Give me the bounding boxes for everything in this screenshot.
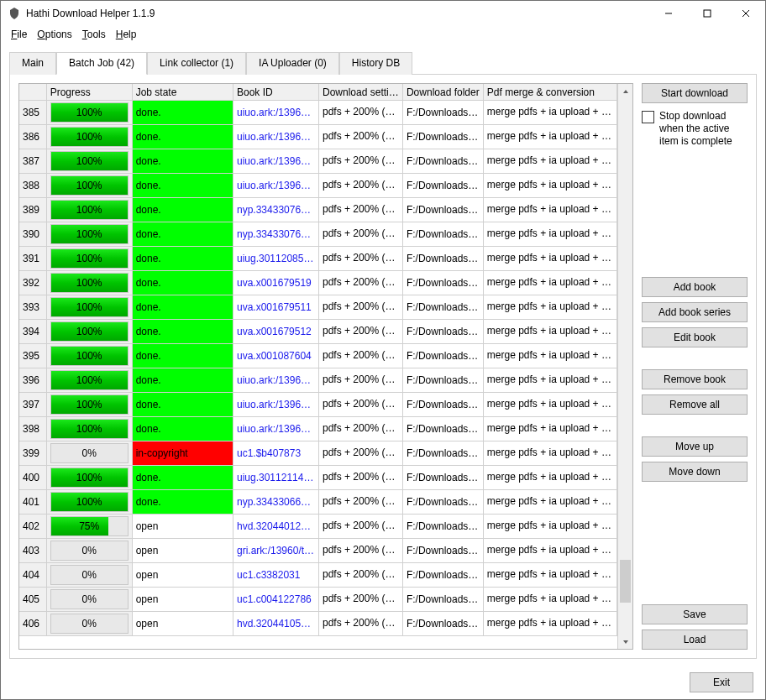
tab-link-collector[interactable]: Link collector (1) bbox=[147, 52, 246, 75]
menu-help[interactable]: Help bbox=[111, 27, 142, 42]
book-id-cell[interactable]: uc1.c004122786 bbox=[233, 588, 319, 612]
row-number[interactable]: 388 bbox=[19, 174, 47, 198]
row-number[interactable]: 398 bbox=[19, 417, 47, 441]
row-number[interactable]: 393 bbox=[19, 295, 47, 320]
table-row[interactable]: 3990%in-copyrightuc1.$b407873pdfs + 200%… bbox=[19, 441, 617, 466]
row-number[interactable]: 404 bbox=[19, 563, 47, 588]
table-row[interactable]: 388100%done.uiuo.ark:/13960/t...pdfs + 2… bbox=[19, 174, 617, 198]
job-grid[interactable]: Progress Job state Book ID Download sett… bbox=[18, 83, 633, 650]
book-id-cell[interactable]: hvd.3204410552... bbox=[233, 612, 319, 636]
scroll-track[interactable] bbox=[618, 98, 632, 635]
row-number[interactable]: 406 bbox=[19, 612, 47, 636]
book-id-cell[interactable]: gri.ark:/13960/t0... bbox=[233, 539, 319, 563]
scroll-thumb[interactable] bbox=[620, 560, 631, 603]
table-row[interactable]: 396100%done.uiuo.ark:/13960/t...pdfs + 2… bbox=[19, 368, 617, 393]
table-row[interactable]: 397100%done.uiuo.ark:/13960/t...pdfs + 2… bbox=[19, 393, 617, 417]
tab-batch-job[interactable]: Batch Job (42) bbox=[56, 52, 147, 75]
header-merge[interactable]: Pdf merge & conversion bbox=[484, 84, 617, 101]
start-download-button[interactable]: Start download bbox=[642, 83, 748, 103]
book-id-cell[interactable]: uva.x001087604 bbox=[233, 344, 319, 368]
book-id-cell[interactable]: uiug.301120852... bbox=[233, 247, 319, 271]
move-up-button[interactable]: Move up bbox=[642, 436, 748, 457]
add-book-series-button[interactable]: Add book series bbox=[642, 302, 748, 322]
book-id-cell[interactable]: uva.x001679519 bbox=[233, 271, 319, 295]
row-number[interactable]: 390 bbox=[19, 222, 47, 247]
row-number[interactable]: 401 bbox=[19, 490, 47, 515]
row-number[interactable]: 405 bbox=[19, 588, 47, 612]
book-id-cell[interactable]: uiuo.ark:/13960/t... bbox=[233, 174, 319, 198]
row-number[interactable]: 402 bbox=[19, 515, 47, 539]
row-number[interactable]: 387 bbox=[19, 149, 47, 174]
header-bookid[interactable]: Book ID bbox=[233, 84, 319, 101]
book-id-cell[interactable]: nyp.3343306657... bbox=[233, 490, 319, 515]
book-id-cell[interactable]: nyp.3343307601... bbox=[233, 198, 319, 222]
book-id-cell[interactable]: uva.x001679512 bbox=[233, 320, 319, 344]
remove-book-button[interactable]: Remove book bbox=[642, 369, 748, 389]
table-row[interactable]: 40275%openhvd.3204401263...pdfs + 200% (… bbox=[19, 515, 617, 539]
row-number[interactable]: 397 bbox=[19, 393, 47, 417]
load-button[interactable]: Load bbox=[642, 629, 748, 650]
table-row[interactable]: 4050%openuc1.c004122786pdfs + 200% (192d… bbox=[19, 588, 617, 612]
book-id-cell[interactable]: uiug.3011211488... bbox=[233, 466, 319, 490]
table-row[interactable]: 4030%opengri.ark:/13960/t0...pdfs + 200%… bbox=[19, 539, 617, 563]
row-number[interactable]: 392 bbox=[19, 271, 47, 295]
menu-file[interactable]: File bbox=[6, 27, 32, 42]
header-folder[interactable]: Download folder bbox=[403, 84, 484, 101]
table-row[interactable]: 395100%done.uva.x001087604pdfs + 200% (1… bbox=[19, 344, 617, 368]
table-row[interactable]: 386100%done.uiuo.ark:/13960/t...pdfs + 2… bbox=[19, 125, 617, 149]
book-id-cell[interactable]: uva.x001679511 bbox=[233, 295, 319, 320]
tab-ia-uploader[interactable]: IA Uploader (0) bbox=[246, 52, 339, 75]
scroll-down-icon[interactable] bbox=[618, 635, 632, 649]
maximize-button[interactable] bbox=[688, 1, 727, 26]
table-row[interactable]: 393100%done.uva.x001679511pdfs + 200% (1… bbox=[19, 295, 617, 320]
header-settings[interactable]: Download settings bbox=[319, 84, 403, 101]
table-row[interactable]: 389100%done.nyp.3343307601...pdfs + 200%… bbox=[19, 198, 617, 222]
book-id-cell[interactable]: hvd.3204401263... bbox=[233, 515, 319, 539]
save-button[interactable]: Save bbox=[642, 604, 748, 624]
table-row[interactable]: 391100%done.uiug.301120852...pdfs + 200%… bbox=[19, 247, 617, 271]
remove-all-button[interactable]: Remove all bbox=[642, 394, 748, 415]
scroll-up-icon[interactable] bbox=[618, 84, 632, 98]
minimize-button[interactable] bbox=[649, 1, 688, 26]
header-state[interactable]: Job state bbox=[133, 84, 233, 101]
book-id-cell[interactable]: uiuo.ark:/13960/t... bbox=[233, 393, 319, 417]
checkbox-box-icon[interactable] bbox=[642, 111, 654, 123]
vertical-scrollbar[interactable] bbox=[617, 84, 632, 649]
table-row[interactable]: 385100%done.uiuo.ark:/13960/t...pdfs + 2… bbox=[19, 101, 617, 125]
table-row[interactable]: 401100%done.nyp.3343306657...pdfs + 200%… bbox=[19, 490, 617, 515]
row-number[interactable]: 395 bbox=[19, 344, 47, 368]
row-number[interactable]: 386 bbox=[19, 125, 47, 149]
table-row[interactable]: 400100%done.uiug.3011211488...pdfs + 200… bbox=[19, 466, 617, 490]
book-id-cell[interactable]: uiuo.ark:/13960/t... bbox=[233, 417, 319, 441]
table-row[interactable]: 394100%done.uva.x001679512pdfs + 200% (1… bbox=[19, 320, 617, 344]
book-id-cell[interactable]: uc1.$b407873 bbox=[233, 441, 319, 466]
move-down-button[interactable]: Move down bbox=[642, 462, 748, 482]
header-rownum[interactable] bbox=[19, 84, 47, 101]
menu-tools[interactable]: Tools bbox=[77, 27, 111, 42]
table-row[interactable]: 392100%done.uva.x001679519pdfs + 200% (1… bbox=[19, 271, 617, 295]
header-progress[interactable]: Progress bbox=[47, 84, 133, 101]
book-id-cell[interactable]: uiuo.ark:/13960/t... bbox=[233, 125, 319, 149]
exit-button[interactable]: Exit bbox=[690, 672, 753, 692]
close-button[interactable] bbox=[727, 1, 765, 26]
row-number[interactable]: 399 bbox=[19, 441, 47, 466]
row-number[interactable]: 385 bbox=[19, 101, 47, 125]
edit-book-button[interactable]: Edit book bbox=[642, 327, 748, 347]
row-number[interactable]: 394 bbox=[19, 320, 47, 344]
table-row[interactable]: 387100%done.uiuo.ark:/13960/t...pdfs + 2… bbox=[19, 149, 617, 174]
table-row[interactable]: 4060%openhvd.3204410552...pdfs + 200% (1… bbox=[19, 612, 617, 636]
book-id-cell[interactable]: uc1.c3382031 bbox=[233, 563, 319, 588]
book-id-cell[interactable]: uiuo.ark:/13960/t... bbox=[233, 368, 319, 393]
row-number[interactable]: 403 bbox=[19, 539, 47, 563]
book-id-cell[interactable]: nyp.3343307601... bbox=[233, 222, 319, 247]
tab-main[interactable]: Main bbox=[9, 52, 56, 75]
tab-history-db[interactable]: History DB bbox=[339, 52, 412, 75]
book-id-cell[interactable]: uiuo.ark:/13960/t... bbox=[233, 101, 319, 125]
book-id-cell[interactable]: uiuo.ark:/13960/t... bbox=[233, 149, 319, 174]
row-number[interactable]: 391 bbox=[19, 247, 47, 271]
row-number[interactable]: 396 bbox=[19, 368, 47, 393]
table-row[interactable]: 4040%openuc1.c3382031pdfs + 200% (192dpi… bbox=[19, 563, 617, 588]
table-row[interactable]: 398100%done.uiuo.ark:/13960/t...pdfs + 2… bbox=[19, 417, 617, 441]
menu-options[interactable]: Options bbox=[32, 27, 76, 42]
table-row[interactable]: 390100%done.nyp.3343307601...pdfs + 200%… bbox=[19, 222, 617, 247]
